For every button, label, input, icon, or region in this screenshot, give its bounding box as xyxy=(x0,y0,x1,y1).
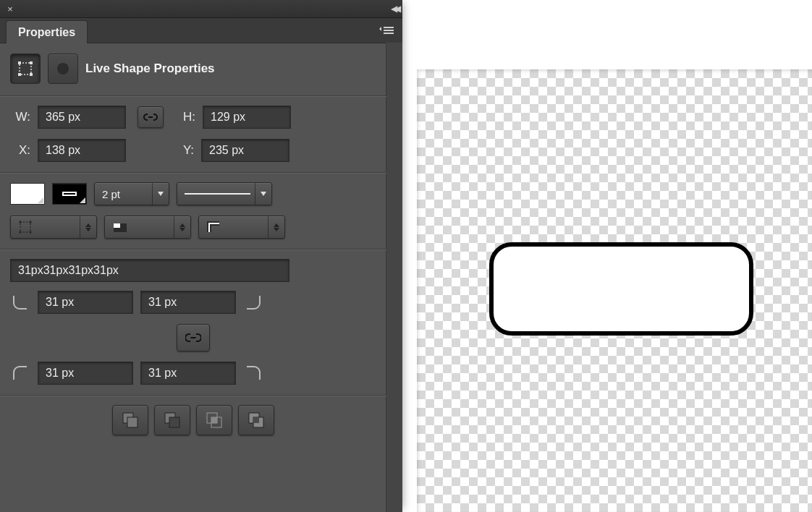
svg-rect-1 xyxy=(384,30,394,31)
svg-rect-5 xyxy=(30,61,33,64)
stroke-width-dropdown[interactable]: 2 pt xyxy=(94,182,169,205)
svg-point-8 xyxy=(57,63,69,74)
svg-rect-9 xyxy=(20,222,30,232)
svg-rect-13 xyxy=(30,231,32,234)
corner-tr-input[interactable] xyxy=(140,291,236,314)
svg-rect-12 xyxy=(20,231,22,234)
fill-swatch[interactable] xyxy=(10,183,45,205)
svg-rect-15 xyxy=(114,223,120,228)
canvas[interactable] xyxy=(417,69,812,512)
link-wh-button[interactable] xyxy=(138,106,164,128)
pathop-subtract-button[interactable] xyxy=(154,405,190,435)
width-input[interactable] xyxy=(38,106,126,129)
svg-rect-2 xyxy=(384,33,394,34)
corner-br-icon xyxy=(243,363,263,383)
height-input[interactable] xyxy=(203,106,291,129)
properties-panel: × ◀◀ Properties xyxy=(0,0,402,512)
x-label: X: xyxy=(10,143,30,158)
panel-tabbar: Properties xyxy=(0,18,402,43)
corner-tr-icon xyxy=(243,292,263,312)
panel-titlebar[interactable]: × ◀◀ xyxy=(0,0,402,18)
svg-rect-10 xyxy=(20,221,22,223)
pathop-exclude-button[interactable] xyxy=(238,405,274,435)
width-label: W: xyxy=(10,110,30,124)
panel-title: Live Shape Properties xyxy=(85,61,215,76)
stroke-style-dropdown[interactable] xyxy=(177,182,272,205)
corner-tl-input[interactable] xyxy=(38,291,133,314)
stroke-align-dropdown[interactable] xyxy=(104,216,191,239)
svg-rect-3 xyxy=(20,63,31,74)
rounded-rectangle-shape[interactable] xyxy=(489,242,753,336)
stroke-width-value: 2 pt xyxy=(102,188,120,200)
height-label: H: xyxy=(175,110,195,124)
stroke-swatch[interactable] xyxy=(52,183,87,205)
link-corners-button[interactable] xyxy=(177,324,210,351)
y-label: Y: xyxy=(174,143,194,158)
shape-bounds-button[interactable] xyxy=(10,54,41,84)
mask-thumbnail-button[interactable] xyxy=(48,54,78,84)
svg-rect-19 xyxy=(169,417,179,427)
y-input[interactable] xyxy=(201,139,289,162)
corner-summary-input[interactable] xyxy=(10,259,289,282)
svg-rect-4 xyxy=(18,61,21,64)
pathop-unite-button[interactable] xyxy=(112,405,148,435)
tab-label: Properties xyxy=(18,26,75,38)
svg-rect-22 xyxy=(211,417,217,423)
panel-menu-button[interactable] xyxy=(378,24,395,37)
svg-rect-6 xyxy=(18,73,21,76)
panel-scrollbar[interactable] xyxy=(386,43,402,512)
pathop-intersect-button[interactable] xyxy=(196,405,232,435)
svg-rect-0 xyxy=(384,27,394,28)
svg-rect-7 xyxy=(30,73,33,76)
tab-properties[interactable]: Properties xyxy=(6,20,88,43)
stroke-corner-dropdown[interactable] xyxy=(198,216,285,239)
document-area xyxy=(402,0,812,512)
close-icon[interactable]: × xyxy=(4,4,16,14)
corner-tl-icon xyxy=(10,292,30,312)
corner-bl-input[interactable] xyxy=(38,362,133,385)
svg-rect-25 xyxy=(253,417,259,423)
svg-rect-17 xyxy=(127,417,138,427)
shape-type-dropdown[interactable] xyxy=(10,216,97,239)
corner-bl-icon xyxy=(10,363,30,383)
x-input[interactable] xyxy=(38,139,126,162)
svg-rect-11 xyxy=(30,221,32,223)
corner-br-input[interactable] xyxy=(140,362,236,385)
collapse-icon[interactable]: ◀◀ xyxy=(391,4,398,14)
